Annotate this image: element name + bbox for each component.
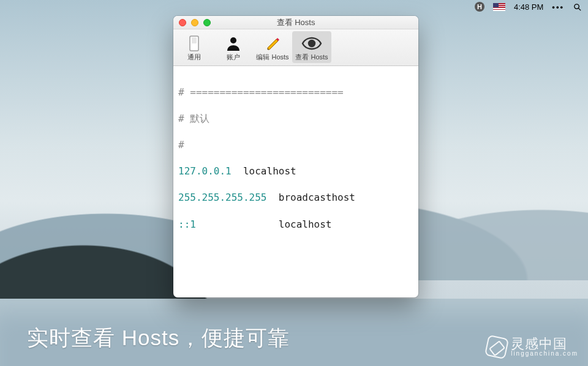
watermark-logo-icon bbox=[484, 335, 509, 359]
tab-general[interactable]: 通用 bbox=[175, 31, 214, 63]
hosts-window: 查看 Hosts 通用 账户 编辑 Hosts 查看 Hosts bbox=[173, 16, 418, 297]
hosts-blank bbox=[178, 244, 413, 258]
window-title: 查看 Hosts bbox=[173, 17, 418, 28]
input-source-flag-icon[interactable] bbox=[493, 3, 505, 11]
tab-label: 通用 bbox=[187, 53, 201, 62]
hosts-blank bbox=[178, 271, 413, 284]
user-icon bbox=[225, 34, 241, 53]
titlebar[interactable]: 查看 Hosts bbox=[173, 16, 418, 29]
hosts-line: # ========================== bbox=[178, 86, 413, 99]
app-menubar-icon[interactable]: H bbox=[475, 2, 484, 12]
hosts-line: # bbox=[178, 138, 413, 152]
hosts-line: # 默认 bbox=[178, 112, 413, 125]
watermark-url: lingganchina.com bbox=[511, 351, 578, 357]
tab-label: 查看 Hosts bbox=[295, 53, 328, 62]
menubar-more-icon[interactable]: ••• bbox=[552, 2, 564, 12]
switch-icon bbox=[187, 34, 201, 53]
menubar-clock[interactable]: 4:48 PM bbox=[514, 2, 543, 12]
tab-view-hosts[interactable]: 查看 Hosts bbox=[292, 31, 331, 63]
hosts-line: 255.255.255.255 broadcasthost bbox=[178, 191, 413, 204]
tab-edit-hosts[interactable]: 编辑 Hosts bbox=[253, 31, 292, 63]
svg-point-0 bbox=[575, 4, 579, 9]
hosts-line: 127.0.0.1 localhost bbox=[178, 165, 413, 178]
marketing-caption: 实时查看 Hosts，便捷可靠 bbox=[27, 324, 290, 353]
hosts-viewer: # ========================== # 默认 # 127.… bbox=[173, 66, 418, 297]
spotlight-search-icon[interactable] bbox=[573, 2, 582, 12]
tab-label: 编辑 Hosts bbox=[256, 53, 288, 62]
pencil-icon bbox=[265, 34, 281, 53]
svg-point-4 bbox=[230, 37, 236, 43]
eye-icon bbox=[301, 34, 322, 53]
tab-label: 账户 bbox=[227, 53, 240, 62]
menubar: H 4:48 PM ••• bbox=[469, 0, 588, 13]
hosts-line: ::1 localhost bbox=[178, 218, 413, 231]
svg-point-5 bbox=[309, 40, 315, 47]
tab-account[interactable]: 账户 bbox=[214, 31, 253, 63]
toolbar: 通用 账户 编辑 Hosts 查看 Hosts bbox=[173, 29, 418, 66]
hosts-line: # ========================== bbox=[178, 297, 413, 297]
watermark: 灵感中国 lingganchina.com bbox=[486, 337, 578, 357]
svg-rect-3 bbox=[192, 37, 197, 43]
svg-line-1 bbox=[578, 8, 581, 10]
watermark-name: 灵感中国 bbox=[511, 337, 578, 351]
